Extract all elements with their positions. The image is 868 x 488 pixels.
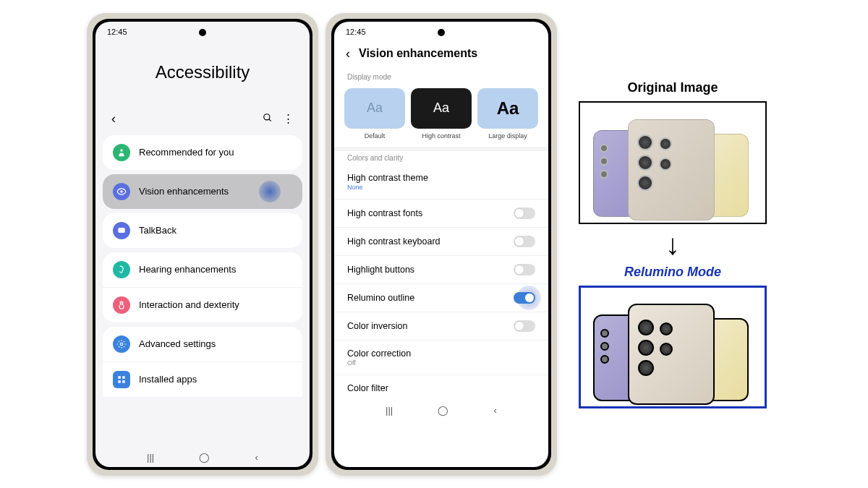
back-button[interactable]: ‹ bbox=[346, 46, 350, 61]
status-time: 12:45 bbox=[107, 27, 127, 36]
svg-line-1 bbox=[269, 119, 271, 121]
eye-icon bbox=[113, 183, 130, 200]
back-button[interactable]: ‹ bbox=[111, 111, 116, 127]
mode-label: High contrast bbox=[422, 132, 460, 140]
item-talkback[interactable]: TalkBack bbox=[103, 213, 302, 248]
row-color-correction[interactable]: Color correction Off bbox=[334, 341, 548, 375]
toggle-high-contrast-keyboard[interactable] bbox=[514, 236, 535, 247]
phone-mockup-vision: 12:45 ‹ Vision enhancements Display mode… bbox=[326, 13, 557, 476]
mode-preview: Aa bbox=[477, 88, 538, 129]
row-label: Color correction bbox=[347, 348, 535, 359]
row-sublabel: Off bbox=[347, 359, 535, 367]
item-installed-apps[interactable]: Installed apps bbox=[103, 361, 302, 397]
status-time: 12:45 bbox=[346, 27, 366, 36]
item-label: Installed apps bbox=[139, 374, 197, 385]
camera-hole bbox=[438, 29, 445, 36]
svg-rect-4 bbox=[118, 227, 124, 232]
row-label: Color filter bbox=[347, 383, 535, 393]
item-label: Hearing enhancements bbox=[139, 264, 236, 275]
mockup-phone-beige bbox=[628, 119, 715, 221]
row-color-filter[interactable]: Color filter bbox=[334, 375, 548, 401]
svg-point-5 bbox=[120, 343, 123, 346]
nav-home[interactable]: ◯ bbox=[199, 452, 210, 463]
nav-back[interactable]: ‹ bbox=[494, 405, 497, 416]
row-label: High contrast theme bbox=[347, 173, 535, 183]
nav-home[interactable]: ◯ bbox=[438, 405, 448, 416]
section-display-mode: Display mode bbox=[334, 70, 548, 84]
row-color-inversion[interactable]: Color inversion bbox=[334, 312, 548, 341]
nav-back[interactable]: ‹ bbox=[255, 452, 258, 463]
item-advanced[interactable]: Advanced settings bbox=[103, 327, 302, 361]
item-label: Interaction and dexterity bbox=[139, 299, 239, 310]
nav-bar: ||| ◯ ‹ bbox=[95, 448, 310, 467]
hand-icon bbox=[113, 296, 130, 314]
title-relumino: Relumino Mode bbox=[624, 265, 721, 280]
row-high-contrast-theme[interactable]: High contrast theme None bbox=[334, 165, 548, 200]
toggle-color-inversion[interactable] bbox=[514, 320, 535, 332]
comparison-panel: Original Image ↓ Relumino Mode bbox=[564, 80, 781, 408]
row-high-contrast-keyboard[interactable]: High contrast keyboard bbox=[334, 228, 548, 256]
svg-rect-8 bbox=[118, 380, 121, 383]
tap-indicator bbox=[259, 181, 281, 202]
camera-hole bbox=[199, 29, 206, 36]
svg-point-3 bbox=[120, 190, 123, 193]
more-icon[interactable]: ⋮ bbox=[283, 112, 294, 125]
row-relumino-outline[interactable]: Relumino outline bbox=[334, 284, 548, 312]
svg-point-2 bbox=[120, 149, 123, 152]
display-mode-selector: Aa Default Aa High contrast Aa Large dis… bbox=[334, 84, 548, 147]
toggle-relumino-outline[interactable] bbox=[514, 292, 535, 304]
row-label: High contrast fonts bbox=[347, 208, 514, 218]
page-title: Accessibility bbox=[95, 42, 310, 111]
item-label: Advanced settings bbox=[139, 338, 216, 349]
arrow-down-icon: ↓ bbox=[665, 230, 680, 259]
row-sublabel: None bbox=[347, 184, 535, 191]
item-vision-enhancements[interactable]: Vision enhancements bbox=[103, 174, 302, 209]
search-icon[interactable] bbox=[263, 113, 273, 125]
mode-label: Large display bbox=[488, 132, 527, 140]
mode-default[interactable]: Aa Default bbox=[344, 88, 405, 140]
row-high-contrast-fonts[interactable]: High contrast fonts bbox=[334, 200, 548, 228]
nav-recents[interactable]: ||| bbox=[147, 452, 154, 463]
mode-preview: Aa bbox=[411, 88, 472, 129]
phone-mockup-accessibility: 12:45 Accessibility ‹ ⋮ Recommended for … bbox=[87, 13, 318, 476]
relumino-image-box bbox=[579, 286, 767, 408]
section-colors-clarity: Colors and clarity bbox=[334, 151, 548, 165]
gear-icon bbox=[113, 335, 130, 353]
svg-rect-6 bbox=[118, 376, 121, 379]
row-label: High contrast keyboard bbox=[347, 236, 514, 247]
row-label: Relumino outline bbox=[347, 293, 514, 303]
title-original: Original Image bbox=[627, 80, 718, 95]
nav-recents[interactable]: ||| bbox=[386, 405, 393, 416]
item-label: Recommended for you bbox=[139, 147, 234, 158]
item-label: Vision enhancements bbox=[139, 186, 229, 197]
person-icon bbox=[113, 144, 130, 161]
mode-label: Default bbox=[365, 132, 386, 140]
settings-list: Recommended for you Vision enhancements … bbox=[95, 135, 310, 448]
toggle-highlight-buttons[interactable] bbox=[514, 264, 535, 275]
nav-bar: ||| ◯ ‹ bbox=[334, 401, 548, 420]
toggle-high-contrast-fonts[interactable] bbox=[514, 207, 535, 219]
ear-icon bbox=[113, 261, 130, 278]
row-label: Highlight buttons bbox=[347, 265, 514, 275]
item-label: TalkBack bbox=[139, 225, 176, 236]
item-interaction[interactable]: Interaction and dexterity bbox=[103, 287, 302, 322]
svg-rect-7 bbox=[122, 376, 125, 379]
mode-high-contrast[interactable]: Aa High contrast bbox=[411, 88, 472, 140]
page-title: Vision enhancements bbox=[359, 47, 477, 60]
item-recommended[interactable]: Recommended for you bbox=[103, 135, 302, 170]
grid-icon bbox=[113, 371, 130, 388]
mode-large-display[interactable]: Aa Large display bbox=[477, 88, 538, 140]
svg-rect-9 bbox=[122, 380, 125, 383]
row-highlight-buttons[interactable]: Highlight buttons bbox=[334, 256, 548, 284]
mode-preview: Aa bbox=[344, 88, 405, 129]
svg-point-0 bbox=[264, 114, 270, 119]
row-label: Color inversion bbox=[347, 321, 514, 331]
mockup-phone-beige bbox=[628, 304, 715, 405]
item-hearing[interactable]: Hearing enhancements bbox=[103, 252, 302, 287]
original-image-box bbox=[579, 101, 767, 224]
chat-icon bbox=[113, 222, 130, 239]
